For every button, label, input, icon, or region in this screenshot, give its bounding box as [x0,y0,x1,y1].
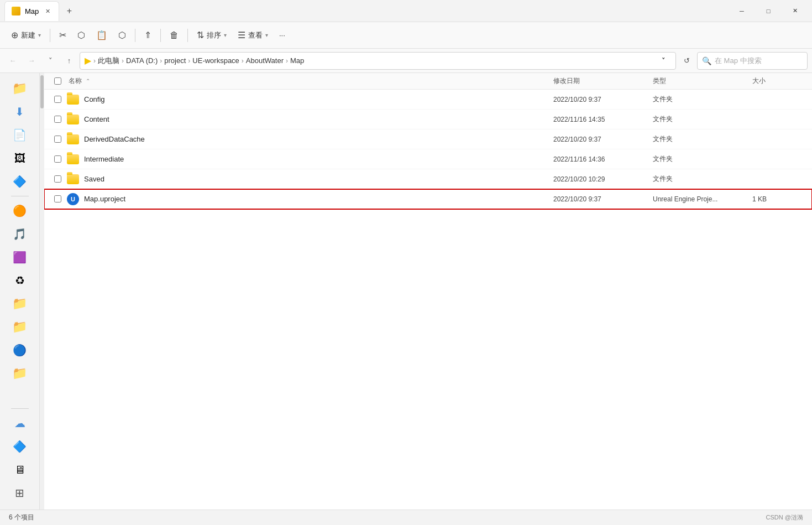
sidebar-item-folder-3[interactable]: 📁 [9,362,31,384]
row-checkbox-1[interactable] [49,96,66,103]
breadcrumb-dropdown[interactable]: ˅ [656,53,671,69]
sidebar-item-image[interactable]: 🖼 [9,147,31,169]
new-tab-button[interactable]: + [61,3,77,19]
folder-icon-2 [66,113,80,126]
cut-button[interactable]: ✂ [55,27,71,43]
sidebar-item-blue-dot[interactable]: 🔵 [9,339,31,361]
sidebar-item-monitor[interactable]: 🖥 [9,459,31,481]
separator-4 [187,29,188,42]
table-row[interactable]: U Map.uproject 2022/10/20 9:37 Unreal En… [44,189,812,209]
delete-icon: 🗑 [170,30,179,40]
folder-icon-3 [66,133,80,146]
copy-button[interactable]: ⬡ [73,27,90,43]
file-type-6: Unreal Engine Proje... [653,195,752,203]
sidebar-item-folder-blue[interactable]: 📁 [9,77,31,100]
delete-button[interactable]: 🗑 [165,28,183,43]
sidebar-item-folder-2[interactable]: 📁 [9,316,31,338]
sidebar-item-cloud[interactable]: ☁ [9,412,31,434]
select-all-checkbox[interactable] [54,77,61,85]
share-button[interactable]: ⇑ [140,27,156,43]
sort-button[interactable]: ⇅ 排序 ▾ [192,27,231,43]
breadcrumb-workspace[interactable]: UE-workspace [192,56,239,65]
recent-button[interactable]: ˅ [42,53,59,69]
sidebar-item-music[interactable]: 🎵 [9,223,31,245]
forward-button[interactable]: → [23,53,40,69]
breadcrumb-map[interactable]: Map [290,56,304,65]
separator-1 [50,29,50,42]
title-bar-left: Map ✕ + [4,1,729,21]
header-date[interactable]: 修改日期 [553,76,653,86]
paste-button[interactable]: 📋 [92,27,112,43]
row-checkbox-4[interactable] [49,155,66,163]
new-button[interactable]: ⊕ 新建 ▾ [7,27,45,43]
sidebar-item-diamond-bottom[interactable]: 🔷 [9,435,31,458]
header-checkbox[interactable] [49,77,66,85]
close-button[interactable]: ✕ [782,2,808,20]
sidebar-item-diamond[interactable]: 🔷 [9,170,31,193]
tab-close-button[interactable]: ✕ [43,7,52,15]
sidebar-item-orange[interactable]: 🟠 [9,200,31,222]
breadcrumb-bar: ▶ › 此电脑 › DATA (D:) › project › UE-works… [80,52,676,70]
row-checkbox-3[interactable] [49,136,66,143]
file-date-2: 2022/11/16 14:35 [553,116,653,123]
search-bar[interactable]: 🔍 在 Map 中搜索 [697,52,808,70]
refresh-button[interactable]: ↺ [678,53,695,69]
folder-icon-1 [66,93,80,106]
file-area: 名称 ⌃ 修改日期 类型 大小 Config 2022/10/20 9:37 文… [44,73,812,510]
header-type[interactable]: 类型 [653,76,752,86]
rename-button[interactable]: ⬡ [114,27,130,43]
folder-icon-4 [66,153,80,166]
row-checkbox-5[interactable] [49,175,66,183]
table-row[interactable]: Saved 2022/10/20 10:29 文件夹 [44,169,812,189]
up-button[interactable]: ↑ [61,53,77,69]
address-bar: ← → ˅ ↑ ▶ › 此电脑 › DATA (D:) › project › … [0,49,812,73]
cut-icon: ✂ [59,30,66,40]
sidebar-scroll [40,73,44,510]
new-icon: ⊕ [11,30,18,40]
paste-icon: 📋 [96,30,107,40]
breadcrumb-arrow: ▶ [85,55,91,66]
sidebar-item-download[interactable]: ⬇ [9,101,31,123]
breadcrumb-computer[interactable]: 此电脑 [98,56,119,66]
item-count: 6 个项目 [9,513,34,522]
header-size[interactable]: 大小 [752,76,808,86]
row-checkbox-6[interactable] [49,195,66,202]
window-controls: ─ □ ✕ [729,2,808,20]
ue-icon-file: U [66,193,80,206]
sidebar-item-recycle[interactable]: ♻ [9,269,31,292]
breadcrumb-aboutwater[interactable]: AboutWater [246,56,284,65]
tab-area: Map ✕ + [4,1,77,21]
main-area: 📁 ⬇ 📄 🖼 🔷 🟠 🎵 🟪 ♻ 📁 📁 🔵 📁 ☁ 🔷 🖥 ⊞ [0,73,812,510]
status-bar: 6 个项目 CSDN @涟漪 [0,510,812,525]
minimize-button[interactable]: ─ [729,2,755,20]
back-button[interactable]: ← [4,53,21,69]
file-name-1: Config [84,95,553,103]
more-button[interactable]: ··· [275,28,290,42]
file-name-2: Content [84,115,553,123]
sidebar-item-purple[interactable]: 🟪 [9,246,31,268]
maximize-button[interactable]: □ [756,2,781,20]
sort-icon: ⌃ [86,78,90,84]
breadcrumb-drive[interactable]: DATA (D:) [126,56,158,65]
table-row[interactable]: DerivedDataCache 2022/10/20 9:37 文件夹 [44,129,812,149]
sidebar-item-grid[interactable]: ⊞ [9,482,31,504]
table-row[interactable]: Intermediate 2022/11/16 14:36 文件夹 [44,149,812,169]
header-name[interactable]: 名称 ⌃ [66,76,553,86]
sidebar-separator-2 [11,408,29,409]
view-button[interactable]: ☰ 查看 ▾ [233,27,273,43]
active-tab[interactable]: Map ✕ [4,1,59,21]
sidebar-separator-1 [11,196,29,196]
watermark: CSDN @涟漪 [766,513,803,522]
folder-icon-5 [66,173,80,186]
breadcrumb-project[interactable]: project [164,56,186,65]
table-row[interactable]: Config 2022/10/20 9:37 文件夹 [44,90,812,110]
sidebar-icons: 📁 ⬇ 📄 🖼 🔷 🟠 🎵 🟪 ♻ 📁 📁 🔵 📁 ☁ 🔷 🖥 ⊞ [0,73,40,510]
separator-3 [160,29,161,42]
view-icon: ☰ [238,30,245,40]
table-row[interactable]: Content 2022/11/16 14:35 文件夹 [44,110,812,129]
sidebar-scroll-thumb[interactable] [40,75,44,108]
new-dropdown-icon: ▾ [38,32,41,38]
sidebar-item-folder-1[interactable]: 📁 [9,293,31,315]
row-checkbox-2[interactable] [49,116,66,123]
sidebar-item-document[interactable]: 📄 [9,124,31,146]
